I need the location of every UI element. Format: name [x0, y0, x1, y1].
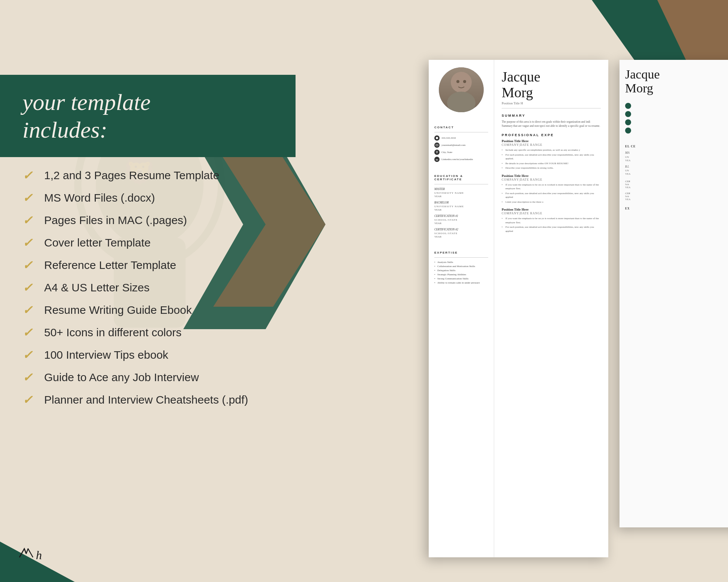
job3-title: Position Title Here — [502, 208, 601, 211]
name-part1: Jacque — [625, 67, 660, 81]
svg-point-7 — [451, 72, 472, 93]
resume-preview-container: Jacque Morg EL CE MA UN — [429, 60, 728, 557]
svg-point-10 — [463, 80, 466, 83]
check-icon-2: ✓ — [22, 191, 37, 205]
checklist-item-4: ✓ Cover letter Template — [22, 236, 292, 250]
contact-linkedin-text: Linkedin.com/in/yourlinkedin — [441, 158, 473, 161]
check-icon-4: ✓ — [22, 236, 37, 250]
expertise-item-5: Strong Communication Skills — [434, 277, 488, 280]
second-yea1: YEA — [625, 186, 728, 189]
expertise-item-1: Analysis Skills — [434, 261, 488, 264]
contact-location-item: City, State — [434, 150, 488, 155]
resume-second-content: Jacque Morg EL CE MA UN — [620, 60, 728, 527]
contact-phone-text: 333.333.3333 — [441, 137, 456, 140]
banner-line1: your template — [22, 89, 151, 115]
checklist-container: ✓ 1,2 and 3 Pages Resume Template ✓ MS W… — [22, 168, 292, 415]
job2-bullet-1: If you want the emphasis to be on yo is … — [502, 183, 601, 191]
email-icon — [625, 111, 631, 117]
checklist-item-7: ✓ Resume Writing Guide Ebook — [22, 303, 292, 317]
contact-email-item: youremail@email.com — [434, 143, 488, 148]
expertise-item-2: Collaboration and Motivation Skills — [434, 265, 488, 268]
resume-second-name: Jacque Morg — [625, 67, 728, 95]
checklist-item-9: ✓ 100 Interview Tips ebook — [22, 348, 292, 362]
resume-name: Jacque Morg — [502, 69, 601, 101]
contact-linkedin-item: in Linkedin.com/in/yourlinkedin — [434, 157, 488, 162]
checklist-label-5: Reference Letter Template — [44, 259, 176, 272]
cert2-year: YEAR — [434, 235, 488, 238]
second-sch1: Sch — [625, 183, 728, 186]
logo-letter: h — [36, 548, 42, 562]
phone-icon-circle — [434, 135, 440, 141]
job1-bullet-1: Include any specific accomplishme positi… — [502, 148, 601, 152]
job2-bullet-2: For each position, use detailed acti des… — [502, 192, 601, 199]
check-icon-5: ✓ — [22, 258, 37, 272]
expertise-section-title: EXPERTISE — [434, 251, 488, 254]
expertise-item-3: Delegation Skills — [434, 269, 488, 272]
second-yea2: YEA — [625, 198, 728, 201]
check-icon-11: ✓ — [22, 393, 37, 407]
check-icon-9: ✓ — [22, 348, 37, 362]
banner: your template includes: — [0, 75, 296, 157]
contact-section-title: CONTACT — [434, 126, 488, 129]
master-school: UNIVERSITY NAME — [434, 192, 488, 194]
resume-name-last: Morg — [502, 85, 533, 100]
home-icon — [625, 119, 631, 125]
svg-point-8 — [447, 92, 475, 112]
resume-photo — [439, 67, 484, 112]
master-label: MASTER — [434, 187, 488, 191]
edu-divider — [434, 184, 488, 184]
phone-icon — [625, 103, 631, 109]
photo-placeholder — [439, 67, 484, 112]
checklist-item-6: ✓ A4 & US Letter Sizes — [22, 281, 292, 295]
job3-bullet-2: For each position, use detailed acti des… — [502, 225, 601, 233]
edu-section-title: EDUCATION & CERTIFICATE — [434, 174, 488, 181]
experience-section-header: PROFESSIONAL EXPE — [502, 133, 601, 137]
cert1-year: YEAR — [434, 222, 488, 225]
svg-text:in: in — [436, 158, 438, 161]
checklist-item-5: ✓ Reference Letter Template — [22, 258, 292, 272]
bachelor-label: BACHELOR — [434, 201, 488, 204]
job1-bullet-4: Describe your responsibilities in strong… — [502, 166, 601, 170]
resume-main-content: Jacque Morg Position Title H SUMMARY The… — [494, 60, 608, 557]
master-year: YEAR — [434, 195, 488, 198]
second-contact-section — [625, 103, 728, 134]
second-bl-label: B.L — [625, 165, 728, 168]
checklist-item-10: ✓ Guide to Ace any Job Interview — [22, 370, 292, 385]
checklist-item-2: ✓ MS Word Files (.docx) — [22, 191, 292, 205]
expertise-section: EXPERTISE Analysis Skills Collaboration … — [434, 245, 488, 285]
checklist-label-9: 100 Interview Tips ebook — [44, 349, 168, 361]
checklist-label-8: 50+ Icons in different colors — [44, 326, 181, 339]
bachelor-school: UNIVERSITY NAME — [434, 205, 488, 208]
job3-bullet-1: If you want the emphasis to be on yo is … — [502, 217, 601, 224]
check-icon-1: ✓ — [22, 168, 37, 183]
second-icon-linkedin — [625, 128, 728, 134]
contact-location-text: City, State — [441, 151, 452, 154]
job2-title: Position Title Here — [502, 174, 601, 178]
checklist-label-11: Planner and Interview Cheatsheets (.pdf) — [44, 393, 248, 406]
resume-card-main: CONTACT 333.333.3333 youremail@email.com… — [429, 60, 608, 557]
check-icon-7: ✓ — [22, 303, 37, 317]
second-edu-header: EL CE — [625, 145, 728, 148]
checklist-item-11: ✓ Planner and Interview Cheatsheets (.pd… — [22, 393, 292, 407]
banner-text: your template includes: — [22, 88, 151, 144]
checklist-label-2: MS Word Files (.docx) — [44, 192, 155, 204]
location-icon-circle — [434, 150, 440, 155]
resume-left-sidebar: CONTACT 333.333.3333 youremail@email.com… — [429, 60, 494, 557]
second-year-label1: YEA — [625, 159, 728, 162]
linkedin-icon — [625, 128, 631, 134]
education-section: EDUCATION & CERTIFICATE MASTER UNIVERSIT… — [434, 168, 488, 241]
second-year-label2: YEA — [625, 172, 728, 175]
job2-company: COMPANY|DATE RANGE — [502, 178, 601, 181]
svg-point-13 — [436, 151, 438, 153]
summary-text: The purpose of this area is to direct em… — [502, 120, 601, 128]
check-icon-8: ✓ — [22, 325, 37, 340]
check-icon-6: ✓ — [22, 281, 37, 295]
summary-section-header: SUMMARY — [502, 114, 601, 117]
second-icon-email — [625, 111, 728, 117]
email-icon-circle — [434, 143, 440, 148]
checklist-label-3: Pages Files in MAC (.pages) — [44, 214, 187, 227]
check-icon-3: ✓ — [22, 213, 37, 227]
resume-card-second: Jacque Morg EL CE MA UN — [620, 60, 728, 527]
checklist-label-6: A4 & US Letter Sizes — [44, 281, 150, 294]
job1-bullet-3: Be details in your descriptions witho ON… — [502, 162, 601, 166]
